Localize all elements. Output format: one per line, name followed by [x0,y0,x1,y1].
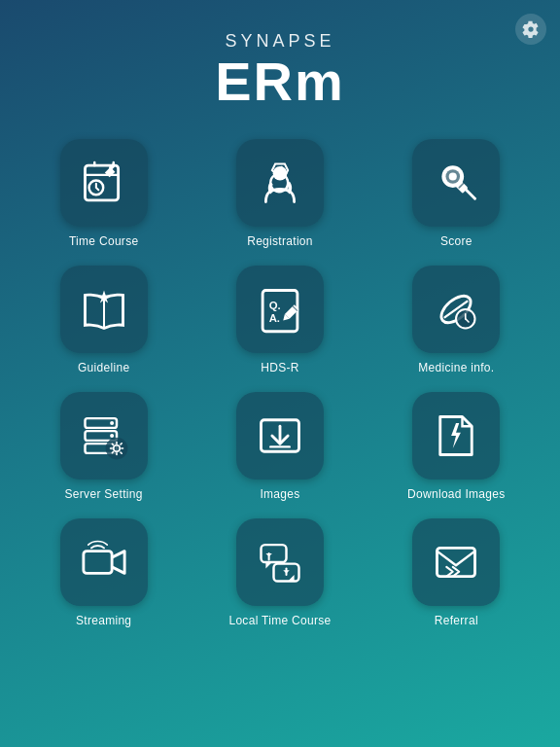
grid-item-images[interactable]: Images [205,392,354,501]
registration-label: Registration [247,234,313,248]
svg-point-27 [105,437,127,459]
score-label: Score [440,234,472,248]
settings-button[interactable] [515,14,546,45]
local-time-course-icon-box [236,518,324,606]
app-grid: Time Course Registration [0,139,560,627]
streaming-icon [79,537,129,587]
grid-item-guideline[interactable]: Guideline [29,266,178,374]
medicine-icon [431,284,481,335]
server-setting-icon [79,410,129,461]
grid-item-hds-r[interactable]: Q. A. HDS-R [205,266,354,374]
local-time-course-icon [255,537,305,587]
grid-item-server-setting[interactable]: Server Setting [29,392,178,501]
guideline-icon [79,284,129,335]
logo-section: SYNAPSE ERm [215,31,345,112]
app-title: ERm [215,52,345,112]
registration-icon-box [236,139,324,227]
svg-text:A.: A. [269,312,280,324]
grid-item-referral[interactable]: Referral [382,518,531,627]
referral-label: Referral [435,614,478,627]
grid-item-score[interactable]: Score [382,139,531,248]
download-images-label: Download Images [407,487,506,501]
guideline-icon-box [60,266,148,353]
hds-r-label: HDS-R [261,361,299,374]
registration-icon [255,158,305,208]
images-label: Images [260,487,299,501]
gear-icon [522,20,540,38]
svg-rect-37 [438,548,475,576]
download-images-icon-box [412,392,500,480]
referral-icon [431,537,481,587]
hds-r-icon-box: Q. A. [236,266,324,353]
hds-r-icon: Q. A. [255,284,305,335]
download-images-icon [431,410,481,461]
svg-point-24 [110,421,114,425]
grid-item-medicine-info[interactable]: Medicine info. [382,266,531,374]
guideline-label: Guideline [78,361,129,374]
streaming-label: Streaming [76,614,131,627]
grid-item-local-time-course[interactable]: Local Time Course [205,518,354,627]
images-icon-box [236,392,324,480]
score-icon [431,158,481,208]
svg-rect-33 [261,545,286,562]
medicine-info-label: Medicine info. [418,361,494,374]
svg-point-6 [449,172,457,180]
time-course-icon [79,158,129,208]
server-icon-box [60,392,148,480]
medicine-icon-box [412,266,500,353]
images-icon [255,410,305,461]
svg-rect-32 [84,551,112,573]
server-setting-label: Server Setting [65,487,143,501]
grid-item-registration[interactable]: Registration [205,139,354,248]
grid-item-streaming[interactable]: Streaming [29,518,178,627]
streaming-icon-box [60,518,148,606]
svg-text:Q.: Q. [269,300,281,311]
grid-item-download-images[interactable]: Download Images [382,392,531,501]
time-course-label: Time Course [69,234,139,248]
grid-item-time-course[interactable]: Time Course [29,139,178,248]
referral-icon-box [412,518,500,606]
svg-point-25 [110,434,114,438]
score-icon-box [412,139,500,227]
brand-name: SYNAPSE [215,31,345,52]
local-time-course-label: Local Time Course [228,614,331,627]
time-course-icon-box [60,139,148,227]
